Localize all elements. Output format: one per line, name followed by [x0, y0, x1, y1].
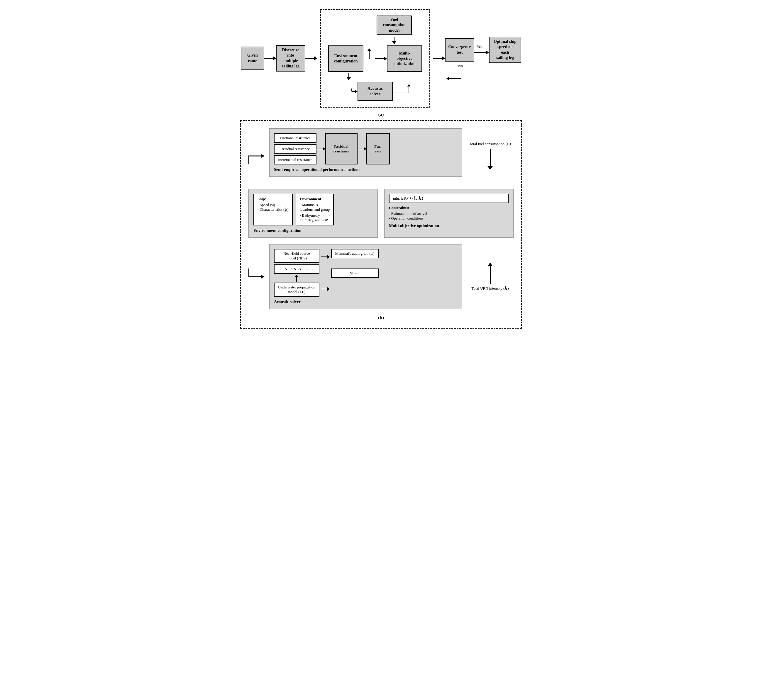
- b-entry-arrow: [249, 148, 264, 164]
- env-bathy: - Bathymetry, altimetry, and SSP: [300, 213, 330, 222]
- env-box: Environment: - Mammal's locations and gr…: [296, 194, 334, 225]
- total-urn-arrow-head: [487, 262, 493, 266]
- incremental-resistance-box: Incremental resistance: [274, 155, 316, 164]
- convergence-box: Convergence test: [445, 38, 474, 62]
- env-label: Environment:: [300, 197, 330, 202]
- acoustic-inner: Near-field source model (NLS) NL = NLS -…: [274, 249, 457, 297]
- given-route-box: Given route: [241, 47, 264, 70]
- arrow-env-to-multi: [375, 56, 387, 62]
- arrow-env-to-fuel: [363, 48, 375, 60]
- fuel-top-row: Frictional resistance Residual resistanc…: [274, 133, 457, 164]
- b-acoustic-entry-arrow: [249, 269, 264, 284]
- arrow-fuel-to-multi: [391, 37, 397, 44]
- total-fuel-arrow-line: [490, 148, 491, 166]
- multi-obj-section-label: Multi-objective optimization: [389, 223, 509, 228]
- total-urn-side: Total URN intensity (Ĵ₁): [467, 262, 513, 291]
- svg-marker-16: [261, 275, 264, 279]
- constraint2: - Operation conditions: [389, 216, 509, 221]
- fuel-model-box: Fuel consumption model: [377, 16, 412, 34]
- env-config-box-a: Environment configuration: [328, 45, 363, 72]
- svg-marker-4: [355, 90, 358, 93]
- arrow-acoustic-to-multi: [393, 84, 410, 99]
- l-arrow-env-acoustic: [346, 89, 358, 94]
- diagram-b-label: (b): [249, 315, 513, 320]
- nls-box: Near-field source model (NLS): [274, 249, 319, 263]
- optimal-speed-box: Optimal ship speed on each sailing leg: [489, 37, 521, 63]
- total-urn-label: Total URN intensity (Ĵ₁): [471, 286, 509, 291]
- acoustic-box-a: Acoustic solver: [358, 82, 393, 101]
- ship-label: Ship:: [258, 197, 289, 202]
- middle-section: Ship: - Speed (vᵢ) - Characteristics (ϕ)…: [249, 189, 513, 238]
- arrow-conv-to-optimal: [474, 50, 489, 55]
- arrow-nls-to-audiogram: [321, 255, 330, 259]
- constraints-label: Constraints:: [389, 205, 509, 210]
- nl-alpha-box: NL - αᵢ: [331, 269, 379, 278]
- no-label: No: [458, 64, 463, 68]
- frictional-resistance-box: Frictional resistance: [274, 133, 316, 143]
- arrow-resist-to-resbox: [316, 147, 325, 151]
- acoustic-section-label: Acoustic solver: [274, 300, 457, 304]
- svg-marker-13: [261, 154, 264, 158]
- residual-resistance-input-box: Residual resistance: [274, 144, 316, 154]
- b-acoustic-row: Near-field source model (NLS) NL = NLS -…: [249, 244, 513, 309]
- env-config-inner: Ship: - Speed (vᵢ) - Characteristics (ϕ)…: [253, 194, 373, 225]
- svg-marker-10: [446, 77, 449, 80]
- arrow-resbox-to-fuelrate: [358, 147, 366, 151]
- no-arrow: [446, 68, 482, 80]
- ship-box: Ship: - Speed (vᵢ) - Characteristics (ϕ): [253, 194, 293, 225]
- arrow-underwater-to-nl: [294, 275, 299, 282]
- constraint1: - Estimate time of arrival: [389, 211, 509, 216]
- total-fuel-label: Total fuel consumption (Ĵ₂): [469, 142, 511, 146]
- diagram-a: Given route Discretize into multiple sai…: [240, 9, 522, 117]
- ship-speed-label: - Speed (vᵢ): [258, 203, 289, 207]
- env-config-section-label: Environment configuration: [253, 228, 373, 233]
- resistance-inputs: Frictional resistance Residual resistanc…: [274, 133, 316, 164]
- total-fuel-side: Total fuel consumption (Ĵ₂): [467, 142, 513, 170]
- fuel-section: Frictional resistance Residual resistanc…: [269, 128, 462, 177]
- audiogram-box: Mammal's audiogram (αᵢ): [331, 249, 379, 258]
- total-urn-arrow-line: [490, 266, 491, 284]
- arrow-nl-to-nla: [321, 287, 330, 291]
- multi-obj-box-a: Multi- objective optimization: [387, 45, 422, 72]
- multi-obj-section: minᵥ∈ℝⁿ⁻¹ {Ĵ₁, Ĵ₂} Constraints: - Esti…: [384, 189, 513, 238]
- diagram-a-label: (a): [240, 112, 522, 117]
- arrow-disc-to-dashed: [305, 55, 317, 61]
- fuel-section-label: Semi-empirical operational performance m…: [274, 167, 457, 172]
- discretize-box: Discretize into multiple sailing leg: [276, 45, 305, 72]
- dashed-group: Fuel consumption model Environment confi…: [320, 9, 430, 108]
- diagram-b: Frictional resistance Residual resistanc…: [240, 120, 522, 329]
- underwater-box: Underwater propagation model (TL): [274, 283, 319, 297]
- min-formula-box: minᵥ∈ℝⁿ⁻¹ {Ĵ₁, Ĵ₂}: [389, 194, 509, 203]
- env-config-section: Ship: - Speed (vᵢ) - Characteristics (ϕ)…: [249, 189, 378, 238]
- arrow-given-to-disc: [264, 55, 276, 61]
- env-mammals: - Mammal's locations and group: [300, 203, 330, 212]
- ship-char-label: - Characteristics (ϕ): [258, 207, 289, 212]
- nl-formula-box: NL = NLS - TL: [274, 264, 319, 274]
- arrow-dashed-to-conv: [433, 55, 445, 61]
- fuel-rate-box: Fuel rate: [366, 133, 390, 164]
- yes-label: Yes: [477, 44, 482, 49]
- total-fuel-arrow-head: [487, 166, 493, 170]
- residual-resistance-gray-box: Residual resistance: [325, 133, 358, 164]
- b-fuel-row: Frictional resistance Residual resistanc…: [249, 128, 513, 183]
- svg-marker-7: [407, 84, 410, 86]
- acoustic-left-col: Near-field source model (NLS) NL = NLS -…: [274, 249, 319, 297]
- acoustic-section: Near-field source model (NLS) NL = NLS -…: [269, 244, 462, 309]
- svg-marker-1: [368, 48, 371, 51]
- arrow-env-to-acoustic: [346, 73, 352, 80]
